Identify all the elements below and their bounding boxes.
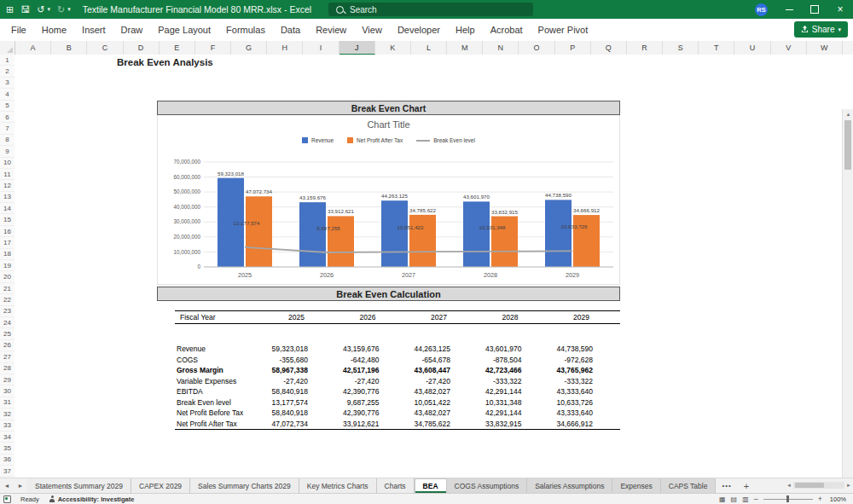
- column-header-A[interactable]: A: [15, 41, 51, 55]
- row-header-29[interactable]: 29: [0, 374, 15, 385]
- row-header-28[interactable]: 28: [0, 363, 15, 374]
- column-header-E[interactable]: E: [160, 41, 195, 55]
- horizontal-scrollbar[interactable]: ◄ ►: [786, 480, 851, 490]
- column-header-F[interactable]: F: [195, 41, 231, 55]
- row-header-35[interactable]: 35: [0, 443, 15, 454]
- column-header-O[interactable]: O: [519, 41, 554, 55]
- cell-value[interactable]: -27,420: [384, 376, 450, 387]
- row-header-13[interactable]: 13: [0, 192, 15, 203]
- row-header-8[interactable]: 8: [0, 135, 15, 146]
- restore-button[interactable]: [802, 0, 827, 19]
- column-header-B[interactable]: B: [51, 41, 87, 55]
- cell-value[interactable]: 43,482,027: [384, 408, 450, 419]
- more-sheets-button[interactable]: •••: [716, 478, 737, 493]
- table-row-cogs[interactable]: COGS-355,680-642,480-654,678-878,504-972…: [175, 355, 620, 366]
- sheet-tab-expenses[interactable]: Expenses: [612, 478, 660, 493]
- cell-value[interactable]: 9,687,255: [313, 397, 380, 408]
- vertical-scrollbar[interactable]: ▲ ▼: [842, 109, 853, 504]
- ribbon-tab-page-layout[interactable]: Page Layout: [150, 19, 218, 41]
- row-header-6[interactable]: 6: [0, 112, 15, 123]
- avatar[interactable]: RS: [755, 3, 768, 16]
- sheet-tab-charts[interactable]: Charts: [377, 478, 415, 493]
- normal-view-icon[interactable]: ▦: [719, 495, 726, 503]
- row-header-10[interactable]: 10: [0, 158, 15, 169]
- row-header-17[interactable]: 17: [0, 237, 15, 248]
- cell-value[interactable]: -355,680: [241, 355, 308, 366]
- customize-qat-icon[interactable]: ▾: [67, 0, 71, 19]
- row-header-15[interactable]: 15: [0, 214, 15, 225]
- cell-value[interactable]: -878,504: [456, 355, 522, 366]
- cell-value[interactable]: -642,480: [313, 355, 380, 366]
- undo-caret-icon[interactable]: ▾: [47, 0, 50, 19]
- table-row-break-even-level[interactable]: Break Even level13,177,5749,687,25510,05…: [175, 397, 620, 408]
- cell-value[interactable]: 42,390,776: [313, 386, 380, 397]
- tab-scroll-right-icon[interactable]: ►: [14, 478, 27, 493]
- page-break-view-icon[interactable]: ▥: [742, 495, 749, 503]
- sheet-tab-capex-2029[interactable]: CAPEX 2029: [131, 478, 190, 493]
- table-row-net-profit-after-tax[interactable]: Net Profit After Tax47,072,73433,912,621…: [175, 419, 620, 430]
- zoom-slider[interactable]: [763, 499, 813, 500]
- table-row-ebitda[interactable]: EBITDA58,840,91842,390,77643,482,02742,2…: [175, 386, 620, 397]
- row-header-7[interactable]: 7: [0, 123, 15, 134]
- ribbon-tab-data[interactable]: Data: [273, 19, 308, 41]
- cell-value[interactable]: 42,291,144: [456, 386, 522, 397]
- cell-value[interactable]: 10,633,726: [526, 397, 593, 408]
- column-header-K[interactable]: K: [375, 41, 411, 55]
- zoom-slider-thumb[interactable]: [786, 495, 789, 502]
- cell-value[interactable]: 33,912,621: [313, 419, 380, 430]
- share-button[interactable]: Share ▾: [794, 21, 848, 38]
- column-header-U[interactable]: U: [734, 41, 770, 55]
- row-header-21[interactable]: 21: [0, 283, 15, 294]
- row-header-32[interactable]: 32: [0, 408, 15, 420]
- column-header-D[interactable]: D: [124, 41, 160, 55]
- hscroll-thumb[interactable]: [795, 483, 824, 488]
- row-header-31[interactable]: 31: [0, 397, 15, 408]
- row-header-23[interactable]: 23: [0, 306, 15, 317]
- sheet-tab-bea[interactable]: BEA: [415, 478, 447, 493]
- cell-value[interactable]: 10,331,348: [456, 397, 522, 408]
- row-header-26[interactable]: 26: [0, 340, 15, 351]
- cell-value[interactable]: 58,840,918: [241, 386, 308, 397]
- cell-value[interactable]: 42,291,144: [456, 408, 522, 419]
- row-header-16[interactable]: 16: [0, 226, 15, 237]
- table-row-net-profit-before-tax[interactable]: Net Profit Before Tax58,840,91842,390,77…: [175, 408, 620, 419]
- select-all-corner[interactable]: [0, 41, 15, 55]
- cell-value[interactable]: 59,323,018: [241, 344, 308, 355]
- column-header-S[interactable]: S: [663, 41, 699, 55]
- row-header-34[interactable]: 34: [0, 432, 15, 443]
- column-header-T[interactable]: T: [699, 41, 734, 55]
- cell-value[interactable]: -333,322: [456, 376, 522, 387]
- cell-value[interactable]: 47,072,734: [241, 419, 308, 430]
- row-header-19[interactable]: 19: [0, 260, 15, 271]
- zoom-in-icon[interactable]: +: [818, 495, 822, 503]
- redo-icon[interactable]: ↻: [57, 0, 65, 19]
- row-header-22[interactable]: 22: [0, 294, 15, 305]
- cell-value[interactable]: 43,333,640: [526, 408, 593, 419]
- ribbon-tab-help[interactable]: Help: [448, 19, 483, 41]
- row-header-4[interactable]: 4: [0, 89, 15, 100]
- column-header-P[interactable]: P: [555, 41, 591, 55]
- sheet-tab-salaries-assumptions[interactable]: Salaries Assumptions: [527, 478, 612, 493]
- cell-value[interactable]: -27,420: [241, 376, 308, 387]
- row-header-37[interactable]: 37: [0, 466, 15, 477]
- accessibility-status[interactable]: Accessibility: Investigate: [44, 495, 140, 503]
- row-header-11[interactable]: 11: [0, 169, 15, 180]
- row-header-24[interactable]: 24: [0, 317, 15, 328]
- sheet-tab-cogs-assumptions[interactable]: COGS Assumptions: [447, 478, 528, 493]
- zoom-out-icon[interactable]: –: [754, 495, 758, 503]
- row-header-2[interactable]: 2: [0, 66, 15, 77]
- column-header-C[interactable]: C: [87, 41, 123, 55]
- row-header-33[interactable]: 33: [0, 420, 15, 432]
- ribbon-tab-acrobat[interactable]: Acrobat: [483, 19, 531, 41]
- cell-value[interactable]: 58,967,338: [241, 365, 308, 376]
- cell-value[interactable]: 42,517,196: [313, 365, 380, 376]
- row-header-18[interactable]: 18: [0, 249, 15, 260]
- cell-value[interactable]: 43,482,027: [384, 386, 450, 397]
- row-header-3[interactable]: 3: [0, 78, 15, 89]
- cell-value[interactable]: -654,678: [384, 355, 450, 366]
- tab-scroll-left-icon[interactable]: ◄: [0, 478, 14, 493]
- ribbon-tab-file[interactable]: File: [3, 19, 34, 41]
- cell-value[interactable]: 43,333,640: [526, 386, 593, 397]
- new-sheet-button[interactable]: +: [738, 478, 755, 493]
- cell-value[interactable]: 43,765,962: [526, 365, 593, 376]
